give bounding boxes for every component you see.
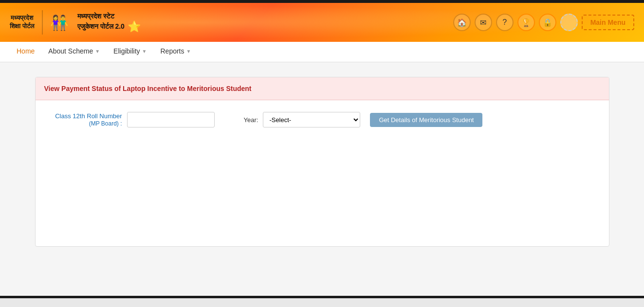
- card-body: Class 12th Roll Number (MP Board) : Year…: [36, 100, 609, 246]
- state-line1: मध्यप्रदेश स्टेट: [77, 12, 141, 20]
- year-group: Year: -Select- 2020 2021 2022 2023 2024: [224, 112, 361, 127]
- logo-divider: [42, 10, 43, 35]
- help-icon-button[interactable]: ?: [496, 14, 514, 31]
- form-card: View Payment Status of Laptop Incentive …: [35, 77, 609, 247]
- year-label: Year:: [244, 116, 258, 124]
- logo-section: मध्यप्रदेश शिक्षा पोर्टल 👫 मध्यप्रदेश स्…: [10, 10, 141, 35]
- mp-map-icon: ⭐: [128, 20, 141, 33]
- get-details-button[interactable]: Get Details of Meritorious Student: [370, 113, 482, 127]
- header: मध्यप्रदेश शिक्षा पोर्टल 👫 मध्यप्रदेश स्…: [0, 3, 644, 42]
- form-row: Class 12th Roll Number (MP Board) : Year…: [44, 112, 600, 127]
- roll-number-label: Class 12th Roll Number (MP Board) :: [44, 112, 122, 127]
- trophy-icon-button[interactable]: 🏆: [517, 14, 535, 31]
- home-icon-button[interactable]: 🏠: [453, 14, 471, 31]
- nav-about-scheme[interactable]: About Scheme ▼: [41, 42, 107, 62]
- state-portal-logo: मध्यप्रदेश स्टेट एजुकेशन पोर्टल 2.0 ⭐: [77, 12, 141, 33]
- state-logo-text: मध्यप्रदेश स्टेट एजुकेशन पोर्टल 2.0 ⭐: [77, 12, 141, 33]
- nav-home[interactable]: Home: [10, 42, 41, 62]
- mail-icon-button[interactable]: ✉: [475, 14, 492, 31]
- about-scheme-dropdown-arrow: ▼: [95, 49, 100, 54]
- user-icon-button[interactable]: [560, 14, 578, 31]
- lock-icon-button[interactable]: 🔒: [539, 14, 556, 31]
- logo-line2: शिक्षा पोर्टल: [10, 22, 35, 31]
- nav-reports[interactable]: Reports ▼: [153, 42, 198, 62]
- navigation-bar: Home About Scheme ▼ Eligibility ▼ Report…: [0, 42, 644, 62]
- eligibility-dropdown-arrow: ▼: [142, 49, 147, 54]
- roll-number-group: Class 12th Roll Number (MP Board) :: [44, 112, 215, 127]
- roll-number-input[interactable]: [127, 112, 215, 127]
- main-menu-button[interactable]: Main Menu: [582, 15, 634, 30]
- header-nav-icons: 🏠 ✉ ? 🏆 🔒 Main Menu: [453, 14, 634, 31]
- main-content: View Payment Status of Laptop Incentive …: [0, 62, 644, 296]
- students-figure-icon: 👫: [50, 14, 68, 31]
- logo-line1: मध्यप्रदेश: [11, 14, 33, 22]
- state-line2: एजुकेशन पोर्टल 2.0 ⭐: [77, 20, 141, 33]
- card-header: View Payment Status of Laptop Incentive …: [36, 77, 609, 100]
- mp-shiksha-logo: मध्यप्रदेश शिक्षा पोर्टल: [10, 14, 35, 31]
- reports-dropdown-arrow: ▼: [186, 49, 191, 54]
- year-select[interactable]: -Select- 2020 2021 2022 2023 2024: [263, 112, 360, 127]
- nav-eligibility[interactable]: Eligibility ▼: [107, 42, 153, 62]
- card-header-text: View Payment Status of Laptop Incentive …: [44, 85, 252, 92]
- bottom-border: [0, 296, 644, 298]
